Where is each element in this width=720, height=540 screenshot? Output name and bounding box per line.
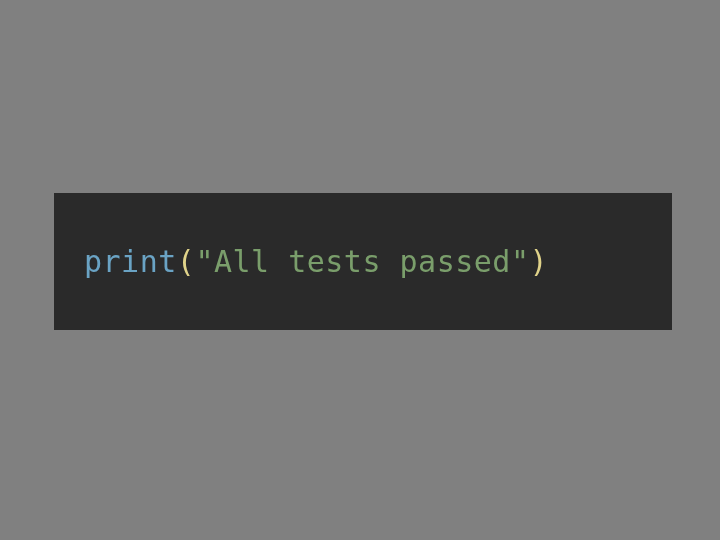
code-open-paren: ( — [177, 244, 196, 279]
code-string-literal: "All tests passed" — [195, 244, 529, 279]
code-block: print("All tests passed") — [54, 193, 672, 330]
code-line: print("All tests passed") — [84, 244, 548, 279]
code-close-paren: ) — [529, 244, 548, 279]
code-fn-name: print — [84, 244, 177, 279]
